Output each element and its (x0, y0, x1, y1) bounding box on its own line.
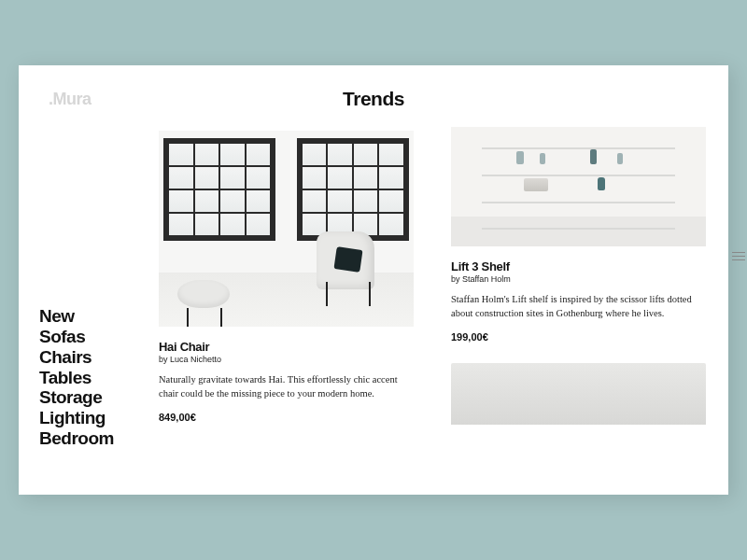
product-image-partial[interactable] (451, 363, 706, 425)
product-price: 199,00€ (451, 331, 706, 343)
product-description: Naturally gravitate towards Hai. This ef… (159, 373, 414, 400)
product-title: Hai Chair (159, 340, 414, 354)
product-designer: by Staffan Holm (451, 274, 706, 284)
sidebar-item-new[interactable]: New (39, 306, 114, 327)
brand-logo[interactable]: .Mura (49, 90, 92, 109)
product-designer: by Luca Nichetto (159, 355, 414, 364)
sidebar-item-storage[interactable]: Storage (39, 387, 114, 408)
product-description: Staffan Holm's Lift shelf is inspired by… (451, 293, 706, 320)
sidebar-item-chairs[interactable]: Chairs (39, 347, 114, 368)
product-card[interactable]: Hai Chair by Luca Nichetto Naturally gra… (159, 131, 414, 495)
sidebar-item-tables[interactable]: Tables (39, 368, 114, 388)
product-grid: Hai Chair by Luca Nichetto Naturally gra… (159, 131, 706, 495)
sidebar-item-bedroom[interactable]: Bedroom (39, 428, 114, 449)
app-panel: .Mura Trends New Sofas Chairs Tables Sto… (19, 65, 728, 495)
product-price: 849,00€ (159, 412, 414, 423)
hamburger-icon[interactable] (732, 252, 745, 260)
product-card[interactable]: Lift 3 Shelf by Staffan Holm Staffan Hol… (451, 127, 706, 495)
page-title: Trends (343, 88, 404, 110)
product-image[interactable] (451, 127, 706, 246)
product-image[interactable] (159, 131, 414, 327)
category-sidebar: New Sofas Chairs Tables Storage Lighting… (39, 306, 114, 449)
product-title: Lift 3 Shelf (451, 259, 706, 273)
sidebar-item-sofas[interactable]: Sofas (39, 327, 114, 347)
sidebar-item-lighting[interactable]: Lighting (39, 408, 114, 428)
